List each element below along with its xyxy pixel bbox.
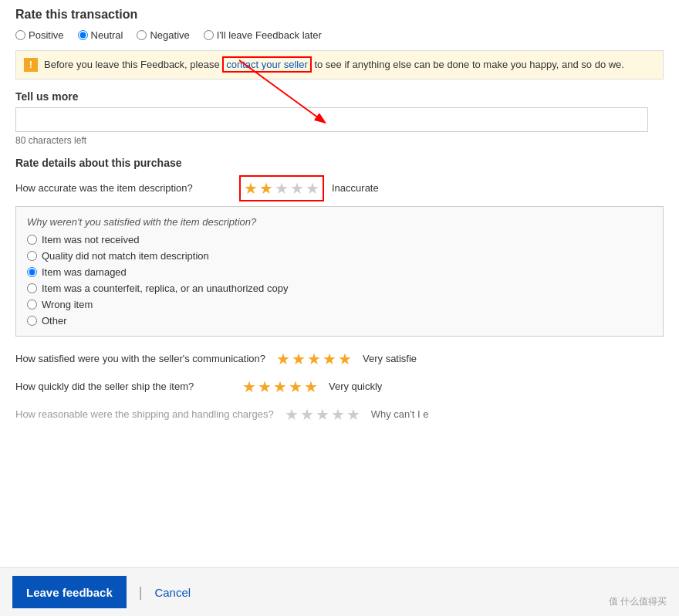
comm-star-3[interactable]: ★ bbox=[307, 350, 321, 368]
tell-us-more-label: Tell us more bbox=[15, 90, 664, 103]
charge-star-2: ★ bbox=[300, 405, 314, 424]
feedback-text-input[interactable] bbox=[15, 107, 648, 132]
info-text-after: to see if anything else can be done to m… bbox=[312, 59, 624, 70]
rating-row-description: How accurate was the item description? ★… bbox=[15, 175, 664, 201]
sub-radio-not-received[interactable]: Item was not received bbox=[27, 234, 652, 245]
rating-label-shipping: How quickly did the seller ship the item… bbox=[15, 381, 231, 392]
rating-row-communication: How satisfied were you with the seller's… bbox=[15, 347, 664, 371]
divider-pipe: | bbox=[139, 584, 143, 601]
sub-radio-quality[interactable]: Quality did not match item description bbox=[27, 250, 652, 262]
info-icon: ! bbox=[24, 58, 38, 72]
sub-radio-wrong-label: Wrong item bbox=[42, 299, 93, 310]
star-3[interactable]: ★ bbox=[275, 179, 289, 198]
char-count: 80 characters left bbox=[15, 135, 664, 146]
radio-neutral-label: Neutral bbox=[91, 29, 123, 41]
charge-star-5: ★ bbox=[346, 405, 360, 424]
charge-star-4: ★ bbox=[331, 405, 345, 424]
sub-radio-other-label: Other bbox=[42, 315, 67, 327]
sub-radio-counterfeit-label: Item was a counterfeit, replica, or an u… bbox=[42, 283, 288, 294]
rating-desc-description: Inaccurate bbox=[332, 182, 379, 194]
radio-positive[interactable]: Positive bbox=[15, 29, 64, 41]
rating-desc-charges: Why can't I e bbox=[371, 408, 429, 420]
info-text: Before you leave this Feedback, please c… bbox=[44, 57, 624, 73]
sub-radio-group: Item was not received Quality did not ma… bbox=[27, 234, 652, 327]
rating-desc-shipping: Very quickly bbox=[329, 381, 382, 392]
sub-radio-damaged[interactable]: Item was damaged bbox=[27, 266, 652, 278]
star-2[interactable]: ★ bbox=[259, 179, 273, 198]
ship-star-1[interactable]: ★ bbox=[242, 377, 256, 396]
ship-star-2[interactable]: ★ bbox=[258, 377, 272, 396]
sub-radio-counterfeit[interactable]: Item was a counterfeit, replica, or an u… bbox=[27, 283, 652, 294]
page-title: Rate this transaction bbox=[15, 8, 664, 22]
info-box: ! Before you leave this Feedback, please… bbox=[15, 50, 664, 80]
sub-radio-other[interactable]: Other bbox=[27, 315, 652, 327]
radio-positive-label: Positive bbox=[29, 29, 64, 41]
sub-radio-wrong[interactable]: Wrong item bbox=[27, 299, 652, 310]
sub-box-title: Why weren't you satisfied with the item … bbox=[27, 216, 652, 228]
star-5[interactable]: ★ bbox=[306, 179, 319, 198]
rating-label-description: How accurate was the item description? bbox=[15, 182, 231, 194]
sub-radio-not-received-label: Item was not received bbox=[42, 234, 139, 245]
star-1[interactable]: ★ bbox=[244, 179, 258, 198]
rating-label-communication: How satisfied were you with the seller's… bbox=[15, 353, 265, 364]
sub-radio-quality-label: Quality did not match item description bbox=[42, 250, 209, 262]
stars-charges: ★ ★ ★ ★ ★ bbox=[282, 403, 363, 426]
leave-feedback-button[interactable]: Leave feedback bbox=[12, 576, 127, 608]
ship-star-4[interactable]: ★ bbox=[289, 377, 302, 396]
cancel-link[interactable]: Cancel bbox=[154, 586, 191, 599]
sub-radio-damaged-label: Item was damaged bbox=[42, 266, 127, 278]
charge-star-1: ★ bbox=[285, 405, 299, 424]
charge-star-3: ★ bbox=[316, 405, 329, 424]
rating-desc-communication: Very satisfie bbox=[363, 353, 417, 364]
rating-row-shipping: How quickly did the seller ship the item… bbox=[15, 375, 664, 398]
rating-label-charges: How reasonable were the shipping and han… bbox=[15, 408, 274, 420]
watermark: 值 什么值得买 bbox=[609, 595, 667, 608]
radio-later[interactable]: I'll leave Feedback later bbox=[204, 29, 322, 41]
radio-negative-label: Negative bbox=[150, 29, 189, 41]
radio-negative[interactable]: Negative bbox=[137, 29, 189, 41]
rating-row-charges: How reasonable were the shipping and han… bbox=[15, 403, 664, 426]
feedback-type-group: Positive Neutral Negative I'll leave Fee… bbox=[15, 29, 664, 41]
comm-star-4[interactable]: ★ bbox=[323, 350, 336, 368]
radio-neutral[interactable]: Neutral bbox=[78, 29, 123, 41]
info-text-before: Before you leave this Feedback, please bbox=[44, 59, 222, 70]
stars-description[interactable]: ★ ★ ★ ★ ★ bbox=[239, 175, 324, 201]
stars-shipping[interactable]: ★ ★ ★ ★ ★ bbox=[239, 375, 321, 398]
sub-box-description: Why weren't you satisfied with the item … bbox=[15, 206, 664, 337]
radio-later-label: I'll leave Feedback later bbox=[217, 29, 322, 41]
comm-star-5[interactable]: ★ bbox=[338, 350, 352, 368]
star-4[interactable]: ★ bbox=[290, 179, 304, 198]
stars-communication[interactable]: ★ ★ ★ ★ ★ bbox=[273, 347, 355, 371]
rate-details-title: Rate details about this purchase bbox=[15, 157, 664, 169]
comm-star-2[interactable]: ★ bbox=[292, 350, 306, 368]
ship-star-5[interactable]: ★ bbox=[304, 377, 318, 396]
ship-star-3[interactable]: ★ bbox=[273, 377, 287, 396]
comm-star-1[interactable]: ★ bbox=[276, 350, 290, 368]
bottom-bar: Leave feedback | Cancel 值 什么值得买 bbox=[0, 567, 679, 616]
contact-seller-link[interactable]: contact your seller bbox=[222, 56, 312, 73]
